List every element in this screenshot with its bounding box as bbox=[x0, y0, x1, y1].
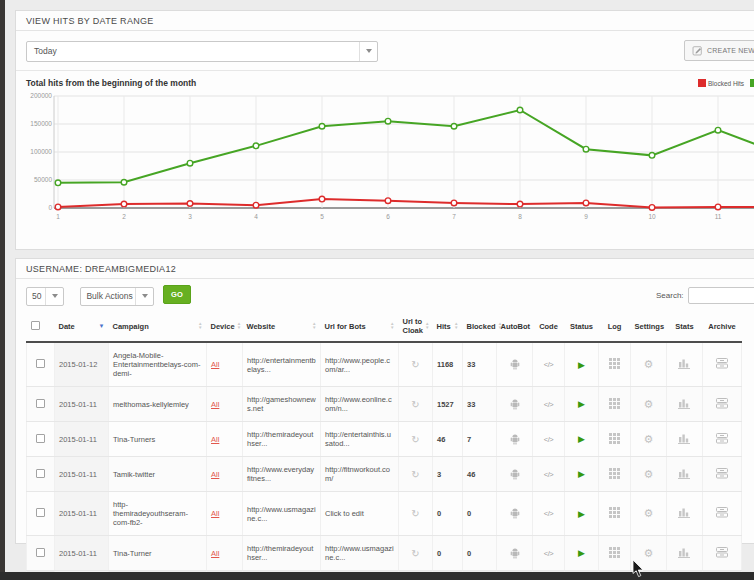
archive-icon[interactable] bbox=[716, 468, 728, 479]
archive-icon[interactable] bbox=[716, 507, 728, 518]
code-icon[interactable]: </> bbox=[544, 360, 553, 369]
bar-chart-icon[interactable] bbox=[678, 507, 691, 518]
go-button[interactable]: GO bbox=[163, 285, 191, 304]
url-for-bots-cell[interactable]: Click to edit bbox=[325, 509, 364, 518]
url-for-bots-cell[interactable]: http://entertainthis.usatod... bbox=[325, 430, 391, 448]
bar-chart-icon[interactable] bbox=[678, 468, 691, 479]
svg-text:150000: 150000 bbox=[30, 120, 52, 127]
hits-cell: 1527 bbox=[437, 400, 454, 409]
gear-icon[interactable]: ⚙ bbox=[644, 507, 654, 519]
log-grid-icon[interactable] bbox=[609, 547, 620, 558]
gear-icon[interactable]: ⚙ bbox=[644, 468, 654, 480]
select-all-checkbox[interactable] bbox=[31, 321, 40, 330]
column-header-url-to-cloak[interactable]: Url to Cloak bbox=[403, 317, 423, 335]
table-row: 2015-01-12 Angela-Mobile-Entertainmentbe… bbox=[27, 342, 742, 387]
status-play-icon[interactable]: ▶ bbox=[578, 509, 585, 519]
bar-chart-icon[interactable] bbox=[678, 358, 691, 369]
cloak-refresh-icon[interactable]: ↻ bbox=[411, 508, 419, 519]
gear-icon[interactable]: ⚙ bbox=[644, 547, 654, 559]
column-header-device[interactable]: Device bbox=[211, 322, 235, 331]
column-header-url-for-bots[interactable]: Url for Bots bbox=[325, 322, 366, 331]
code-icon[interactable]: </> bbox=[544, 509, 553, 518]
code-icon[interactable]: </> bbox=[544, 470, 553, 479]
android-icon[interactable] bbox=[509, 357, 521, 370]
log-grid-icon[interactable] bbox=[609, 358, 620, 369]
gear-icon[interactable]: ⚙ bbox=[644, 398, 654, 410]
date-range-select[interactable]: Today bbox=[26, 41, 378, 62]
svg-text:4: 4 bbox=[254, 213, 258, 220]
gear-icon[interactable]: ⚙ bbox=[644, 358, 654, 370]
search-input[interactable] bbox=[688, 287, 754, 304]
code-icon[interactable]: </> bbox=[544, 435, 553, 444]
archive-icon[interactable] bbox=[716, 398, 728, 409]
device-link[interactable]: All bbox=[211, 360, 219, 369]
cloak-refresh-icon[interactable]: ↻ bbox=[411, 399, 419, 410]
gear-icon[interactable]: ⚙ bbox=[644, 433, 654, 445]
date-cell: 2015-01-11 bbox=[59, 509, 97, 518]
log-grid-icon[interactable] bbox=[609, 507, 620, 518]
code-icon[interactable]: </> bbox=[544, 549, 553, 558]
cloak-refresh-icon[interactable]: ↻ bbox=[411, 359, 419, 370]
left-edge-bar bbox=[0, 0, 5, 580]
android-icon[interactable] bbox=[509, 546, 521, 559]
sort-icon: ▲▼ bbox=[198, 322, 202, 330]
blocked-cell: 7 bbox=[467, 435, 471, 444]
log-grid-icon[interactable] bbox=[609, 398, 620, 409]
bulk-actions-select[interactable]: Bulk Actions bbox=[80, 287, 154, 306]
archive-icon[interactable] bbox=[716, 547, 728, 558]
column-header-stats: Stats bbox=[675, 322, 693, 331]
chevron-down-icon bbox=[359, 42, 377, 61]
bar-chart-icon[interactable] bbox=[678, 433, 691, 444]
log-grid-icon[interactable] bbox=[609, 433, 620, 444]
row-checkbox[interactable] bbox=[36, 399, 45, 408]
cloak-refresh-icon[interactable]: ↻ bbox=[411, 548, 419, 559]
device-link[interactable]: All bbox=[211, 549, 219, 558]
url-for-bots-cell[interactable]: http://fitnworkout.com/ bbox=[325, 465, 390, 483]
chevron-down-icon bbox=[135, 288, 153, 305]
status-play-icon[interactable]: ▶ bbox=[578, 434, 585, 444]
svg-text:9: 9 bbox=[584, 213, 588, 220]
archive-icon[interactable] bbox=[716, 358, 728, 369]
bar-chart-icon[interactable] bbox=[678, 547, 691, 558]
status-play-icon[interactable]: ▶ bbox=[578, 548, 585, 558]
sort-icon: ▲▼ bbox=[312, 322, 316, 330]
archive-icon[interactable] bbox=[716, 433, 728, 444]
page-size-select[interactable]: 50 bbox=[26, 287, 64, 306]
android-icon[interactable] bbox=[509, 506, 521, 519]
url-for-bots-cell[interactable]: http://www.eonline.com/n... bbox=[325, 395, 392, 413]
column-header-hits[interactable]: Hits bbox=[437, 322, 451, 331]
create-new-campaign-button[interactable]: CREATE NEW CAMPAIGN bbox=[684, 40, 754, 61]
status-play-icon[interactable]: ▶ bbox=[578, 469, 585, 479]
row-checkbox[interactable] bbox=[36, 434, 45, 443]
column-header-campaign[interactable]: Campaign bbox=[113, 322, 149, 331]
device-link[interactable]: All bbox=[211, 470, 219, 479]
bar-chart-icon[interactable] bbox=[678, 398, 691, 409]
row-checkbox[interactable] bbox=[36, 469, 45, 478]
device-link[interactable]: All bbox=[211, 509, 219, 518]
column-header-settings: Settings bbox=[635, 322, 665, 331]
url-for-bots-cell[interactable]: http://www.usmagazine.c... bbox=[325, 544, 394, 562]
column-header-date[interactable]: Date bbox=[59, 322, 75, 331]
status-play-icon[interactable]: ▶ bbox=[578, 360, 585, 370]
status-play-icon[interactable]: ▶ bbox=[578, 399, 585, 409]
android-icon[interactable] bbox=[509, 467, 521, 480]
column-header-blocked[interactable]: Blocked bbox=[467, 322, 496, 331]
chart-header: Total hits from the beginning of the mon… bbox=[16, 71, 754, 90]
column-header-website[interactable]: Website bbox=[247, 322, 276, 331]
android-icon[interactable] bbox=[509, 397, 521, 410]
date-cell: 2015-01-11 bbox=[59, 435, 97, 444]
log-grid-icon[interactable] bbox=[609, 468, 620, 479]
code-icon[interactable]: </> bbox=[544, 400, 553, 409]
row-checkbox[interactable] bbox=[36, 359, 45, 368]
row-checkbox[interactable] bbox=[36, 548, 45, 557]
screen: VIEW HITS BY DATE RANGE Today CREATE NEW… bbox=[0, 0, 754, 580]
cloak-refresh-icon[interactable]: ↻ bbox=[411, 434, 419, 445]
url-for-bots-cell[interactable]: http://www.people.com/ar... bbox=[325, 356, 390, 374]
android-icon[interactable] bbox=[509, 432, 521, 445]
edit-icon bbox=[692, 45, 703, 56]
device-link[interactable]: All bbox=[211, 400, 219, 409]
legend-item-valid: Valid Hits bbox=[750, 79, 754, 87]
row-checkbox[interactable] bbox=[36, 508, 45, 517]
device-link[interactable]: All bbox=[211, 435, 219, 444]
cloak-refresh-icon[interactable]: ↻ bbox=[411, 469, 419, 480]
